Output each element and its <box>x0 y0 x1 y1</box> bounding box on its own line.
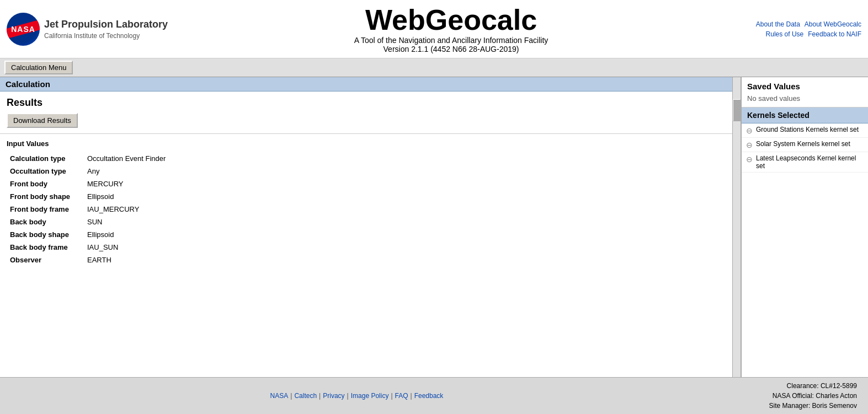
clearance-info: Clearance: CL#12-5899 NASA Official: Cha… <box>702 381 857 411</box>
input-value: IAU_SUN <box>84 241 726 254</box>
kernel-name: Solar System Kernels kernel set <box>756 140 850 148</box>
input-value: MERCURY <box>84 178 726 190</box>
download-results-button[interactable]: Download Results <box>7 113 78 128</box>
input-values-table: Calculation typeOccultation Event Finder… <box>7 152 726 266</box>
footer: NASA | Caltech | Privacy | Image Policy … <box>0 377 868 414</box>
subtitle-line1: A Tool of the Navigation and Ancillary I… <box>168 36 734 45</box>
table-row: Front bodyMERCURY <box>7 178 726 190</box>
footer-separator: | <box>411 392 412 400</box>
input-label: Observer <box>7 254 84 266</box>
no-saved-values: No saved values <box>747 94 862 103</box>
nasa-logo-text: NASA <box>11 25 35 34</box>
input-values-title: Input Values <box>7 139 726 148</box>
input-label: Back body shape <box>7 228 84 241</box>
caltech-label: California Institute of Technology <box>44 31 168 41</box>
main-layout: Calculation Results Download Results Inp… <box>0 77 868 377</box>
saved-values-section: Saved Values No saved values <box>742 77 868 107</box>
input-label: Front body frame <box>7 203 84 216</box>
footer-links: NASA | Caltech | Privacy | Image Policy … <box>11 392 702 400</box>
input-value: Ellipsoid <box>84 190 726 203</box>
kernel-name: Latest Leapseconds Kernel kernel set <box>756 154 864 170</box>
scrollbar-area[interactable] <box>732 77 741 377</box>
jpl-text: Jet Propulsion Laboratory California Ins… <box>44 18 168 41</box>
results-section: Results Download Results <box>0 92 732 134</box>
clearance: Clearance: CL#12-5899 <box>702 381 857 391</box>
input-values-section: Input Values Calculation typeOccultation… <box>0 134 732 272</box>
sidebar: Saved Values No saved values Kernels Sel… <box>741 77 868 377</box>
table-row: ObserverEARTH <box>7 254 726 266</box>
nav-bottom-row: Rules of Use Feedback to NAIF <box>766 30 861 38</box>
input-label: Back body frame <box>7 241 84 254</box>
input-label: Occultation type <box>7 165 84 178</box>
nav-links: About the Data About WebGeocalc Rules of… <box>734 20 861 38</box>
table-row: Calculation typeOccultation Event Finder <box>7 152 726 165</box>
input-value: Ellipsoid <box>84 228 726 241</box>
footer-separator: | <box>319 392 321 400</box>
kernel-item: ⊖Latest Leapseconds Kernel kernel set <box>742 152 868 173</box>
nasa-official: NASA Official: Charles Acton <box>702 391 857 401</box>
title-area: WebGeocalc A Tool of the Navigation and … <box>168 4 734 53</box>
table-row: Occultation typeAny <box>7 165 726 178</box>
header: NASA Jet Propulsion Laboratory Californi… <box>0 0 868 58</box>
content-area: Calculation Results Download Results Inp… <box>0 77 732 377</box>
kernel-item: ⊖Solar System Kernels kernel set <box>742 138 868 152</box>
kernel-name: Ground Stations Kernels kernel set <box>756 126 859 133</box>
site-manager: Site Manager: Boris Semenov <box>702 401 857 411</box>
footer-separator: | <box>347 392 349 400</box>
table-row: Front body shapeEllipsoid <box>7 190 726 203</box>
input-value: EARTH <box>84 254 726 266</box>
footer-link-faq[interactable]: FAQ <box>395 392 408 400</box>
about-data-link[interactable]: About the Data <box>756 20 800 28</box>
remove-kernel-icon[interactable]: ⊖ <box>746 141 753 149</box>
calculation-section-header: Calculation <box>0 77 732 92</box>
input-label: Front body shape <box>7 190 84 203</box>
footer-link-nasa[interactable]: NASA <box>270 392 289 400</box>
about-wgc-link[interactable]: About WebGeocalc <box>805 20 861 28</box>
rules-of-use-link[interactable]: Rules of Use <box>766 30 804 38</box>
input-label: Back body <box>7 216 84 228</box>
kernel-item: ⊖Ground Stations Kernels kernel set <box>742 123 868 138</box>
table-row: Front body frameIAU_MERCURY <box>7 203 726 216</box>
footer-link-feedback[interactable]: Feedback <box>414 392 444 400</box>
input-value: Any <box>84 165 726 178</box>
input-label: Front body <box>7 178 84 190</box>
results-heading: Results <box>7 97 726 109</box>
jpl-name: Jet Propulsion Laboratory <box>44 18 168 31</box>
table-row: Back bodySUN <box>7 216 726 228</box>
remove-kernel-icon[interactable]: ⊖ <box>746 155 753 164</box>
feedback-naif-link[interactable]: Feedback to NAIF <box>808 30 861 38</box>
nasa-logo: NASA <box>7 13 40 46</box>
remove-kernel-icon[interactable]: ⊖ <box>746 126 753 135</box>
kernel-list: ⊖Ground Stations Kernels kernel set⊖Sola… <box>742 123 868 173</box>
kernels-header: Kernels Selected <box>742 107 868 123</box>
scrollbar-thumb[interactable] <box>733 99 741 121</box>
footer-link-image-policy[interactable]: Image Policy <box>351 392 389 400</box>
logo-area: NASA Jet Propulsion Laboratory Californi… <box>7 13 168 46</box>
saved-values-title: Saved Values <box>747 82 862 91</box>
table-row: Back body shapeEllipsoid <box>7 228 726 241</box>
calc-menu-button[interactable]: Calculation Menu <box>4 61 73 74</box>
input-label: Calculation type <box>7 152 84 165</box>
footer-link-caltech[interactable]: Caltech <box>294 392 317 400</box>
footer-separator: | <box>391 392 392 400</box>
app-title: WebGeocalc <box>168 4 734 36</box>
subtitle-line2: Version 2.1.1 (4452 N66 28-AUG-2019) <box>168 45 734 53</box>
input-value: IAU_MERCURY <box>84 203 726 216</box>
footer-separator: | <box>290 392 292 400</box>
calc-menu-bar: Calculation Menu <box>0 58 868 77</box>
nav-top-row: About the Data About WebGeocalc <box>756 20 861 28</box>
input-value: SUN <box>84 216 726 228</box>
input-value: Occultation Event Finder <box>84 152 726 165</box>
footer-link-privacy[interactable]: Privacy <box>323 392 344 400</box>
table-row: Back body frameIAU_SUN <box>7 241 726 254</box>
